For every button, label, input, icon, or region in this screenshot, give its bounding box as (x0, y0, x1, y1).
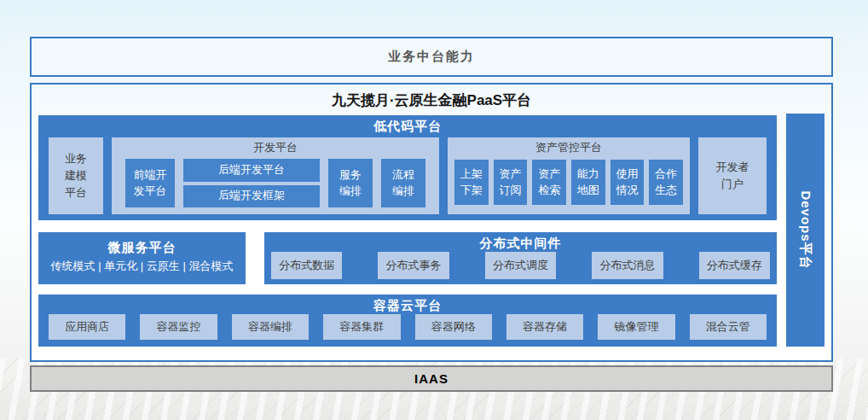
devops-platform-bar: Devops平台 (786, 114, 825, 347)
container-cloud-platform-section: 容器云平台 应用商店 容器监控 容器编排 容器集群 容器网络 容器存储 镜像管理… (38, 295, 777, 347)
asset-onoff-shelf-box: 上架下架 (454, 160, 489, 205)
developer-portal-box: 开发者门户 (698, 137, 767, 214)
asset-control-platform-group: 资产管控平台 上架下架 资产订阅 资产检索 能力地图 使用情况 合作生态 (448, 137, 690, 214)
business-midplatform-banner: 业务中台能力 (30, 37, 833, 77)
asset-subscription-box: 资产订阅 (494, 160, 528, 205)
iaas-label: IAAS (414, 371, 448, 386)
container-network-box: 容器网络 (415, 314, 492, 340)
capability-map-box: 能力地图 (571, 160, 605, 205)
container-storage-box: 容器存储 (506, 314, 583, 340)
dev-platform-row: 前端开发平台 后端开发平台 后端开发框架 服务编排 流程编排 (125, 159, 425, 207)
backend-column: 后端开发平台 后端开发框架 (183, 159, 320, 207)
business-modeling-platform-box: 业务建模平台 (49, 137, 103, 214)
low-code-platform-section: 低代码平台 业务建模平台 开发平台 前端开发平台 后端开发平台 后端开发框架 服… (38, 115, 777, 220)
dev-platform-group: 开发平台 前端开发平台 后端开发平台 后端开发框架 服务编排 流程编排 (112, 137, 439, 214)
image-management-box: 镜像管理 (598, 314, 674, 340)
devops-platform-label: Devops平台 (797, 190, 813, 269)
distributed-cache-box: 分布式缓存 (699, 252, 770, 279)
hybrid-cloud-management-box: 混合云管 (690, 314, 767, 340)
microservice-modes-label: 传统模式 | 单元化 | 云原生 | 混合模式 (38, 259, 246, 274)
app-store-box: 应用商店 (49, 314, 125, 340)
distributed-message-box: 分布式消息 (592, 252, 663, 279)
paas-platform-title: 九天揽月·云原生金融PaaS平台 (32, 90, 831, 110)
cooperation-ecosystem-box: 合作生态 (649, 160, 683, 205)
container-monitoring-box: 容器监控 (140, 314, 217, 340)
dev-platform-title: 开发平台 (112, 137, 439, 155)
backend-dev-framework-box: 后端开发框架 (183, 185, 320, 208)
distributed-middleware-section: 分布式中间件 分布式数据 分布式事务 分布式调度 分布式消息 分布式缓存 (264, 232, 777, 284)
container-cloud-platform-title: 容器云平台 (38, 295, 777, 314)
low-code-platform-body: 业务建模平台 开发平台 前端开发平台 后端开发平台 后端开发框架 服务编排 流程… (49, 137, 767, 214)
distributed-scheduling-box: 分布式调度 (485, 252, 556, 279)
container-orchestration-box: 容器编排 (232, 314, 309, 340)
backend-dev-platform-box: 后端开发平台 (183, 159, 320, 182)
low-code-platform-title: 低代码平台 (38, 115, 777, 135)
service-orchestration-box: 服务编排 (328, 159, 373, 207)
microservice-platform-title: 微服务平台 (38, 232, 246, 256)
iaas-bar: IAAS (30, 365, 833, 392)
business-midplatform-label: 业务中台能力 (388, 49, 475, 65)
distributed-transaction-box: 分布式事务 (378, 252, 448, 279)
distributed-data-box: 分布式数据 (271, 252, 342, 279)
page-background: 业务中台能力 九天揽月·云原生金融PaaS平台 低代码平台 业务建模平台 开发平… (0, 0, 868, 420)
asset-search-box: 资产检索 (532, 160, 566, 205)
asset-control-platform-title: 资产管控平台 (448, 137, 690, 155)
usage-status-box: 使用情况 (610, 160, 645, 205)
frontend-dev-platform-box: 前端开发平台 (125, 159, 175, 207)
distributed-middleware-row: 分布式数据 分布式事务 分布式调度 分布式消息 分布式缓存 (271, 252, 770, 279)
container-cluster-box: 容器集群 (323, 314, 400, 340)
process-orchestration-box: 流程编排 (381, 159, 425, 207)
asset-control-row: 上架下架 资产订阅 资产检索 能力地图 使用情况 合作生态 (454, 160, 683, 205)
microservice-platform-section: 微服务平台 传统模式 | 单元化 | 云原生 | 混合模式 (38, 232, 246, 284)
container-cloud-row: 应用商店 容器监控 容器编排 容器集群 容器网络 容器存储 镜像管理 混合云管 (49, 314, 767, 340)
paas-platform-box: 九天揽月·云原生金融PaaS平台 低代码平台 业务建模平台 开发平台 前端开发平… (30, 83, 833, 362)
distributed-middleware-title: 分布式中间件 (264, 232, 777, 252)
